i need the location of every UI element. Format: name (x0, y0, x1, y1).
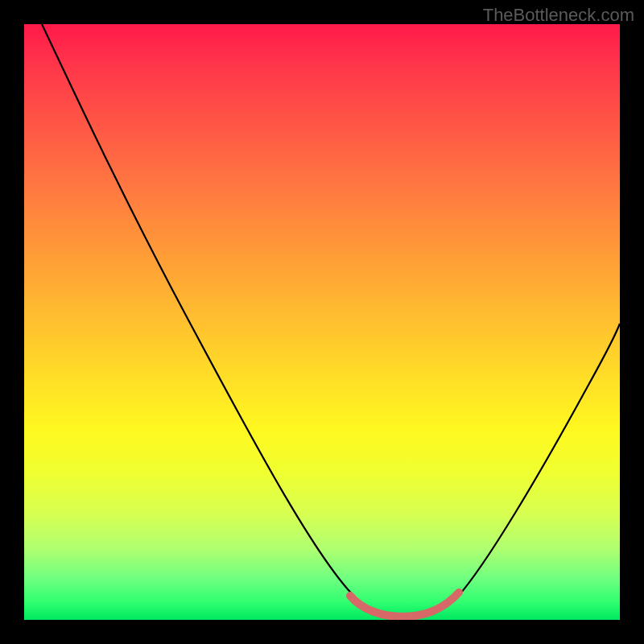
curve-plot (24, 24, 620, 620)
chart-area (24, 24, 620, 620)
watermark-text: TheBottleneck.com (483, 5, 634, 26)
bottleneck-curve (42, 24, 620, 618)
optimal-range-highlight (350, 592, 459, 617)
